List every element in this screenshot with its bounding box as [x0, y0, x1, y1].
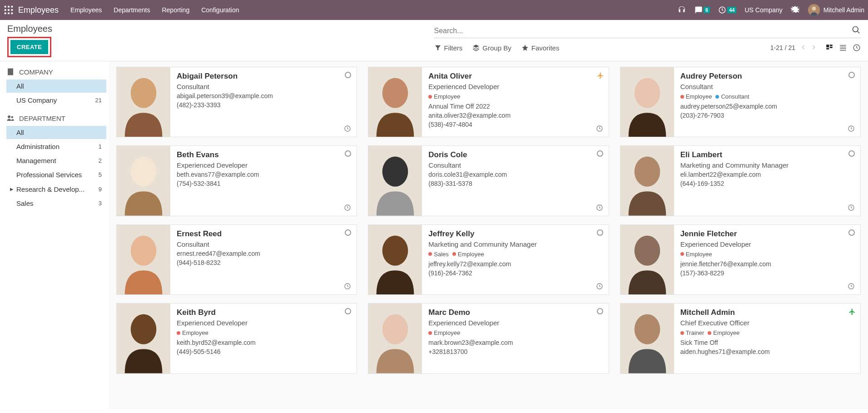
tag-list: SalesEmployee: [428, 251, 602, 258]
debug-icon[interactable]: [791, 5, 800, 15]
sidebar-item[interactable]: Management2: [6, 154, 106, 167]
job-title: Consultant: [177, 83, 350, 90]
phone: (944)-518-8232: [177, 259, 350, 266]
status-circle-icon[interactable]: [597, 308, 603, 314]
tag: Sales: [428, 251, 449, 258]
nav-reporting[interactable]: Reporting: [162, 6, 189, 14]
tag-dot: [452, 252, 456, 256]
tag-list: Employee: [177, 329, 350, 336]
svg-point-22: [11, 116, 14, 119]
user-name: Mitchell Admin: [823, 6, 864, 14]
svg-point-45: [382, 235, 408, 265]
employee-photo: [620, 146, 674, 215]
status-circle-icon[interactable]: [597, 150, 603, 157]
activity-clock-icon[interactable]: [848, 125, 855, 132]
employee-photo: [620, 67, 674, 137]
activity-clock-icon[interactable]: [596, 125, 603, 132]
employee-card[interactable]: Jennie Fletcher Experienced Developer Em…: [620, 224, 861, 295]
status-circle-icon[interactable]: [848, 229, 855, 236]
activity-clock-icon[interactable]: [848, 283, 855, 290]
apps-icon[interactable]: [4, 5, 14, 15]
employee-card[interactable]: Jeffrey Kelly Marketing and Community Ma…: [368, 224, 609, 295]
employee-card[interactable]: Anita Oliver Experienced Developer Emplo…: [368, 67, 609, 137]
employee-card[interactable]: Beth Evans Experienced Developer beth.ev…: [116, 145, 357, 216]
messages-icon[interactable]: 6: [694, 6, 710, 14]
activity-clock-icon[interactable]: [596, 204, 603, 211]
email: beth.evans77@example.com: [177, 171, 350, 178]
activities-badge: 44: [727, 7, 736, 13]
sidebar-item[interactable]: ▸Research & Develop...9: [6, 182, 106, 196]
sidebar-item[interactable]: All: [6, 80, 106, 93]
activity-view-icon[interactable]: [853, 44, 861, 52]
view-switcher: [825, 44, 861, 52]
svg-rect-3: [5, 9, 6, 11]
sidebar-item-label: All: [16, 129, 24, 136]
employee-card[interactable]: Audrey Peterson Consultant EmployeeConsu…: [620, 67, 861, 137]
sidebar-item[interactable]: Professional Services5: [6, 168, 106, 181]
sidebar-item[interactable]: All: [6, 126, 106, 139]
sidebar-item[interactable]: US Company21: [6, 94, 106, 107]
navbar: Employees Employees Departments Reportin…: [0, 0, 868, 20]
pager: 1-21 / 21: [770, 44, 817, 52]
tag-dot: [680, 252, 684, 256]
employee-card[interactable]: Keith Byrd Experienced Developer Employe…: [116, 303, 357, 373]
page-title: Employees: [7, 24, 434, 34]
card-body: Abigail Peterson Consultant abigail.pete…: [170, 67, 357, 137]
sidebar-item-label: Management: [16, 157, 56, 164]
search-bar[interactable]: [434, 24, 861, 38]
employee-card[interactable]: Ernest Reed Consultant ernest.reed47@exa…: [116, 224, 357, 295]
search-input[interactable]: [434, 27, 852, 35]
activity-clock-icon[interactable]: [344, 283, 351, 290]
tag-dot: [680, 95, 684, 99]
tag-list: Employee: [680, 251, 854, 258]
search-icon[interactable]: [852, 25, 861, 36]
tag: Employee: [428, 93, 460, 100]
list-view-icon[interactable]: [839, 44, 847, 52]
employee-card[interactable]: Marc Demo Experienced Developer Employee…: [368, 303, 609, 373]
employee-photo: [368, 67, 422, 137]
activity-clock-icon[interactable]: [344, 125, 351, 132]
nav-menu: Employees Departments Reporting Configur…: [70, 6, 239, 14]
company-switcher[interactable]: US Company: [744, 6, 782, 14]
employee-card[interactable]: Eli Lambert Marketing and Community Mana…: [620, 145, 861, 216]
svg-rect-14: [830, 47, 833, 48]
pager-next-icon[interactable]: [811, 44, 817, 52]
card-body: Ernest Reed Consultant ernest.reed47@exa…: [170, 225, 357, 294]
status-circle-icon[interactable]: [597, 229, 603, 236]
kanban-area[interactable]: Abigail Peterson Consultant abigail.pete…: [109, 61, 868, 409]
nav-configuration[interactable]: Configuration: [201, 6, 239, 14]
activity-clock-icon[interactable]: [344, 204, 351, 211]
sidebar-item-count: 2: [99, 157, 102, 164]
leave-plane-icon[interactable]: [597, 72, 603, 78]
sidebar-item[interactable]: Administration1: [6, 140, 106, 153]
sidebar-item[interactable]: Sales3: [6, 197, 106, 210]
pager-text[interactable]: 1-21 / 21: [770, 44, 795, 51]
headset-icon[interactable]: [677, 5, 686, 15]
tag: Employee: [680, 251, 712, 258]
leave-text: Sick Time Off: [680, 339, 854, 346]
brand[interactable]: Employees: [18, 5, 59, 15]
activities-icon[interactable]: 44: [718, 6, 736, 14]
favorites-button[interactable]: Favorites: [521, 44, 560, 52]
activity-clock-icon[interactable]: [848, 204, 855, 211]
job-title: Experienced Developer: [177, 161, 350, 169]
svg-rect-7: [8, 13, 10, 15]
email: jennie.fletcher76@example.com: [680, 260, 854, 268]
status-circle-icon[interactable]: [848, 72, 855, 78]
activity-clock-icon[interactable]: [596, 283, 603, 290]
filters-button[interactable]: Filters: [434, 44, 463, 52]
kanban-view-icon[interactable]: [825, 44, 833, 52]
groupby-button[interactable]: Group By: [472, 44, 511, 52]
create-button[interactable]: CREATE: [10, 40, 48, 54]
employee-name: Anita Oliver: [428, 72, 602, 81]
pager-prev-icon[interactable]: [800, 44, 806, 52]
employee-photo: [368, 146, 422, 215]
employee-card[interactable]: Abigail Peterson Consultant abigail.pete…: [116, 67, 357, 137]
sidebar-item-count: 21: [95, 97, 102, 104]
nav-employees[interactable]: Employees: [70, 6, 102, 14]
employee-card[interactable]: Doris Cole Consultant doris.cole31@examp…: [368, 145, 609, 216]
user-menu[interactable]: Mitchell Admin: [808, 4, 864, 16]
leave-plane-icon[interactable]: [848, 308, 855, 314]
nav-departments[interactable]: Departments: [114, 6, 150, 14]
employee-card[interactable]: Mitchell Admin Chief Executive Officer T…: [620, 303, 861, 373]
